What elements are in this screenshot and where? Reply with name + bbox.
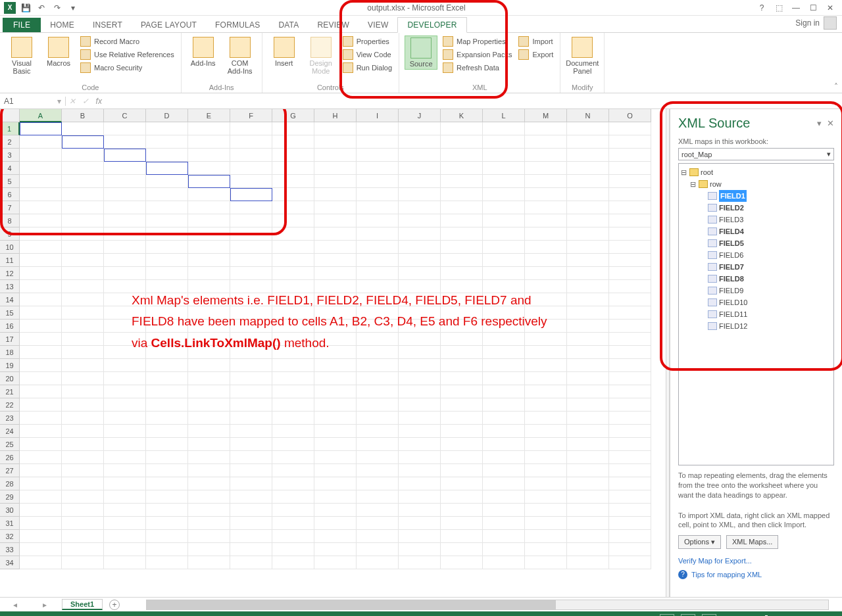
cell-G22[interactable]: [272, 398, 314, 412]
cell-M34[interactable]: [525, 556, 567, 569]
undo-icon[interactable]: ↶: [36, 2, 47, 14]
cell-E26[interactable]: [188, 451, 230, 464]
cell-N27[interactable]: [567, 464, 609, 477]
cell-J9[interactable]: [399, 227, 441, 241]
row-header-13[interactable]: 13: [0, 280, 20, 293]
cell-E22[interactable]: [188, 398, 230, 412]
cell-H33[interactable]: [314, 543, 357, 556]
cell-E1[interactable]: [188, 122, 230, 135]
cell-O30[interactable]: [609, 504, 651, 517]
cell-E33[interactable]: [188, 543, 230, 556]
row-header-3[interactable]: 3: [0, 149, 20, 162]
cell-B14[interactable]: [62, 293, 104, 306]
row-header-20[interactable]: 20: [0, 372, 20, 385]
cell-H27[interactable]: [314, 464, 357, 477]
cell-J28[interactable]: [399, 477, 441, 490]
tree-node-FIELD4[interactable]: FIELD4: [680, 225, 832, 237]
cell-K11[interactable]: [441, 254, 483, 267]
cell-J3[interactable]: [399, 149, 441, 162]
cell-J32[interactable]: [399, 530, 441, 543]
add-sheet-button[interactable]: +: [109, 600, 120, 610]
import-xml-button[interactable]: Import: [517, 36, 555, 47]
cell-K10[interactable]: [441, 241, 483, 254]
col-header-H[interactable]: H: [314, 109, 357, 122]
cell-B23[interactable]: [62, 412, 104, 425]
cell-D22[interactable]: [146, 398, 188, 412]
insert-controls-button[interactable]: Insert: [268, 36, 301, 67]
cell-L21[interactable]: [483, 385, 525, 398]
cell-L31[interactable]: [483, 517, 525, 530]
cell-D9[interactable]: [146, 227, 188, 241]
cell-G24[interactable]: [272, 425, 314, 438]
cell-D23[interactable]: [146, 412, 188, 425]
cell-B4[interactable]: [62, 162, 104, 175]
cell-I19[interactable]: [357, 359, 399, 372]
cell-G29[interactable]: [272, 490, 314, 504]
cell-F5[interactable]: [230, 175, 272, 188]
cell-C7[interactable]: [104, 201, 146, 214]
cell-M6[interactable]: [525, 188, 567, 201]
cell-E8[interactable]: [188, 214, 230, 227]
cell-H30[interactable]: [314, 504, 357, 517]
cell-B27[interactable]: [62, 464, 104, 477]
cell-E6[interactable]: [188, 188, 230, 201]
cell-C25[interactable]: [104, 438, 146, 451]
cell-N10[interactable]: [567, 241, 609, 254]
cell-K23[interactable]: [441, 412, 483, 425]
cell-N33[interactable]: [567, 543, 609, 556]
cell-H1[interactable]: [314, 122, 357, 135]
cell-A22[interactable]: [20, 398, 62, 412]
cell-L19[interactable]: [483, 359, 525, 372]
cell-B22[interactable]: [62, 398, 104, 412]
cell-O29[interactable]: [609, 490, 651, 504]
cell-I1[interactable]: [357, 122, 399, 135]
cell-K32[interactable]: [441, 530, 483, 543]
cell-B13[interactable]: [62, 280, 104, 293]
cell-K12[interactable]: [441, 267, 483, 280]
cell-F9[interactable]: [230, 227, 272, 241]
cell-D20[interactable]: [146, 372, 188, 385]
cell-D6[interactable]: [146, 188, 188, 201]
xml-source-button[interactable]: Source: [405, 36, 437, 70]
cell-I12[interactable]: [357, 267, 399, 280]
cell-B8[interactable]: [62, 214, 104, 227]
cell-E12[interactable]: [188, 267, 230, 280]
cell-A15[interactable]: [20, 306, 62, 320]
cell-K3[interactable]: [441, 149, 483, 162]
cell-D32[interactable]: [146, 530, 188, 543]
cell-I9[interactable]: [357, 227, 399, 241]
cell-G32[interactable]: [272, 530, 314, 543]
cell-N6[interactable]: [567, 188, 609, 201]
select-all-corner[interactable]: [0, 109, 20, 122]
cell-F27[interactable]: [230, 464, 272, 477]
row-header-8[interactable]: 8: [0, 214, 20, 227]
view-normal-icon[interactable]: [660, 614, 674, 617]
cell-N26[interactable]: [567, 451, 609, 464]
cell-K21[interactable]: [441, 385, 483, 398]
cell-L29[interactable]: [483, 490, 525, 504]
cell-A3[interactable]: [20, 149, 62, 162]
cell-B32[interactable]: [62, 530, 104, 543]
cell-O27[interactable]: [609, 464, 651, 477]
col-header-J[interactable]: J: [399, 109, 441, 122]
cell-A32[interactable]: [20, 530, 62, 543]
row-header-14[interactable]: 14: [0, 293, 20, 306]
addins-button[interactable]: Add-Ins: [187, 36, 220, 67]
row-header-18[interactable]: 18: [0, 346, 20, 359]
cell-G8[interactable]: [272, 214, 314, 227]
cell-A31[interactable]: [20, 517, 62, 530]
cell-O4[interactable]: [609, 162, 651, 175]
cell-O20[interactable]: [609, 372, 651, 385]
cell-C22[interactable]: [104, 398, 146, 412]
col-header-N[interactable]: N: [567, 109, 609, 122]
cell-C28[interactable]: [104, 477, 146, 490]
cell-M4[interactable]: [525, 162, 567, 175]
cell-K9[interactable]: [441, 227, 483, 241]
row-header-2[interactable]: 2: [0, 135, 20, 149]
cell-D8[interactable]: [146, 214, 188, 227]
macros-button[interactable]: Macros: [42, 36, 75, 67]
cell-O15[interactable]: [609, 306, 651, 320]
cell-F30[interactable]: [230, 504, 272, 517]
col-header-E[interactable]: E: [188, 109, 230, 122]
cell-H32[interactable]: [314, 530, 357, 543]
